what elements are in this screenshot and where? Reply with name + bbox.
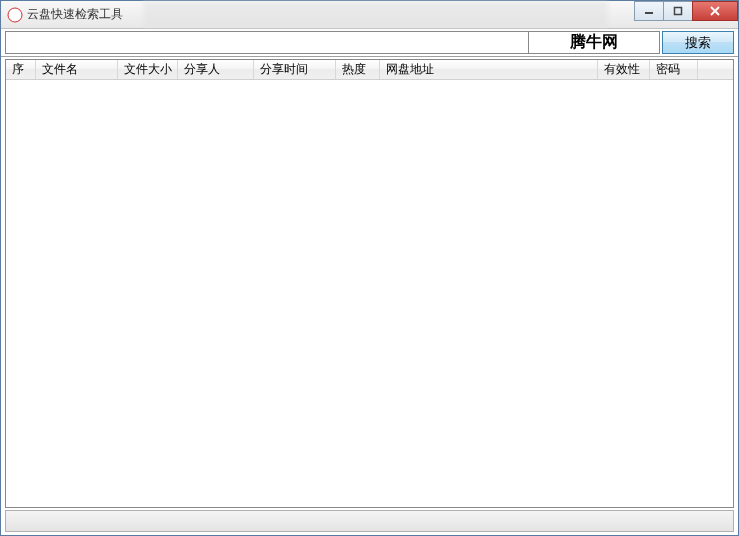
- svg-rect-2: [675, 8, 682, 15]
- titlebar-left: 云盘快速检索工具: [1, 6, 123, 23]
- col-spacer: [698, 60, 733, 79]
- minimize-button[interactable]: [634, 1, 664, 21]
- brand-label: 腾牛网: [528, 31, 660, 54]
- col-sharer[interactable]: 分享人: [178, 60, 254, 79]
- results-table: 序 文件名 文件大小 分享人 分享时间 热度 网盘地址 有效性 密码: [5, 59, 734, 508]
- table-header: 序 文件名 文件大小 分享人 分享时间 热度 网盘地址 有效性 密码: [6, 60, 733, 80]
- col-index[interactable]: 序: [6, 60, 36, 79]
- table-body: [6, 80, 733, 507]
- col-sharetime[interactable]: 分享时间: [254, 60, 336, 79]
- app-icon: [7, 7, 23, 23]
- close-button[interactable]: [692, 1, 738, 21]
- search-toolbar: 腾牛网 搜索: [1, 29, 738, 57]
- titlebar-background: [143, 1, 608, 28]
- search-button[interactable]: 搜索: [662, 31, 734, 54]
- col-password[interactable]: 密码: [650, 60, 698, 79]
- svg-point-0: [8, 8, 22, 22]
- search-input[interactable]: [5, 31, 528, 54]
- col-filename[interactable]: 文件名: [36, 60, 118, 79]
- col-validity[interactable]: 有效性: [598, 60, 650, 79]
- col-heat[interactable]: 热度: [336, 60, 380, 79]
- col-diskurl[interactable]: 网盘地址: [380, 60, 598, 79]
- window-controls: [635, 1, 738, 21]
- titlebar: 云盘快速检索工具: [1, 1, 738, 29]
- statusbar: [5, 510, 734, 532]
- app-window: 云盘快速检索工具 腾牛网 搜索 序 文件名 文件大小 分享人 分享时间 热度: [0, 0, 739, 536]
- col-filesize[interactable]: 文件大小: [118, 60, 178, 79]
- app-title: 云盘快速检索工具: [27, 6, 123, 23]
- maximize-button[interactable]: [663, 1, 693, 21]
